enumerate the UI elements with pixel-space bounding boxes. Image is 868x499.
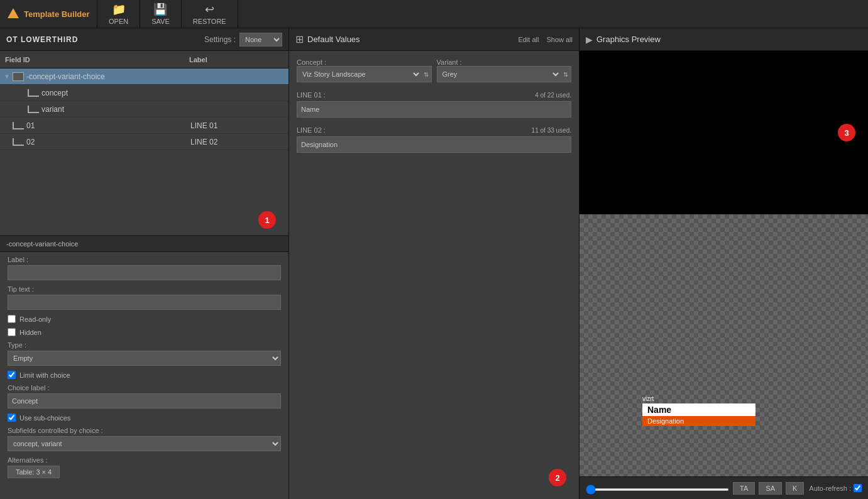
preview-top: 3	[580, 51, 868, 214]
open-button[interactable]: 📁 OPEN	[97, 0, 140, 28]
ta-button[interactable]: TA	[733, 482, 755, 495]
concept-dropdown[interactable]: Viz Story Landscape ⇅	[297, 66, 432, 82]
open-label: OPEN	[109, 18, 128, 25]
line01-label: LINE 01 :	[297, 91, 535, 99]
tip-text-input[interactable]	[8, 295, 281, 310]
tree-item-01[interactable]: 01 LINE 01	[0, 118, 288, 134]
svg-marker-0	[8, 8, 19, 18]
label-field-label: Label :	[8, 256, 281, 263]
tree-item-label-02: 02	[26, 138, 190, 146]
default-values-icon: ⊞	[295, 33, 304, 45]
app-title: Template Builder	[24, 9, 90, 19]
badge-2: 2	[549, 469, 566, 486]
tip-text-label: Tip text :	[8, 285, 281, 293]
limit-label[interactable]: Limit with choice	[19, 371, 70, 379]
show-all-button[interactable]: Show all	[546, 36, 573, 43]
graphic-overlay: vizrt Name Designation	[642, 395, 755, 426]
tree-item-label-concept-variant: -concept-variant-choice	[26, 72, 190, 81]
line02-input[interactable]	[297, 136, 571, 153]
concept-variant-row: Concept : Viz Story Landscape ⇅ Variant …	[297, 58, 571, 82]
hidden-label[interactable]: Hidden	[19, 329, 41, 336]
tree-item-02[interactable]: 02 LINE 02	[0, 134, 288, 150]
preview-footer: TA SA K Auto-refresh :	[580, 476, 868, 499]
subcho-label[interactable]: Use sub-choices	[19, 414, 70, 422]
preview-slider[interactable]	[586, 488, 729, 491]
preview-icon: ▶	[586, 35, 593, 45]
choice-label-label: Choice label :	[8, 384, 281, 392]
settings-select[interactable]: None Default Custom	[239, 33, 282, 47]
col-label-header: Label	[189, 56, 283, 63]
middle-content: Concept : Viz Story Landscape ⇅ Variant …	[289, 51, 579, 499]
concept-select[interactable]: Viz Story Landscape	[297, 69, 421, 80]
preview-title: Graphics Preview	[596, 35, 661, 44]
edit-all-button[interactable]: Edit all	[518, 36, 539, 43]
subcho-checkbox[interactable]	[8, 414, 16, 422]
variant-dropdown[interactable]: Grey Blue Red ⇅	[437, 66, 572, 82]
restore-button[interactable]: ↩ RESTORE	[182, 0, 238, 28]
left-panel-title: OT LOWERTHIRD	[6, 35, 204, 44]
app-logo-icon	[6, 7, 20, 21]
save-label: SAVE	[151, 18, 170, 25]
col-id-header: Field ID	[5, 56, 189, 63]
hidden-checkbox[interactable]	[8, 328, 16, 336]
line01-input[interactable]	[297, 101, 571, 118]
properties-panel: -concept-variant-choice Label : Tip text…	[0, 235, 288, 499]
tree-item-label-variant: variant	[41, 105, 190, 114]
restore-icon: ↩	[205, 3, 214, 16]
label-input[interactable]	[8, 265, 281, 280]
expand-icon: ▼	[4, 73, 13, 80]
subfields-select[interactable]: concept, variant	[8, 436, 281, 451]
line01-section: LINE 01 : 4 of 22 used.	[297, 91, 571, 118]
readonly-label[interactable]: Read-only	[19, 315, 51, 323]
concept-arrows-icon: ⇅	[421, 71, 431, 78]
tree-item-label-01: 01	[26, 121, 190, 130]
readonly-row: Read-only	[8, 315, 281, 323]
concept-col: Concept : Viz Story Landscape ⇅	[297, 58, 432, 82]
name-bar: Name	[642, 403, 755, 416]
settings-label: Settings :	[204, 35, 236, 44]
props-header: -concept-variant-choice	[0, 236, 288, 252]
left-header: OT LOWERTHIRD Settings : None Default Cu…	[0, 28, 288, 51]
limit-row: Limit with choice	[8, 371, 281, 379]
middle-header: ⊞ Default Values Edit all Show all	[289, 28, 579, 51]
table-button[interactable]: Table: 3 × 4	[8, 466, 60, 478]
sa-button[interactable]: SA	[759, 482, 782, 495]
list-icon-concept	[28, 89, 39, 97]
readonly-checkbox[interactable]	[8, 315, 16, 323]
hidden-row: Hidden	[8, 328, 281, 336]
list-icon-variant	[28, 106, 39, 113]
preview-area: 3 vizrt Name Designation	[580, 51, 868, 476]
alternatives-label: Alternatives :	[8, 456, 281, 464]
save-button[interactable]: 💾 SAVE	[140, 0, 182, 28]
left-panel: OT LOWERTHIRD Settings : None Default Cu…	[0, 28, 289, 499]
list-icon-01	[13, 122, 24, 129]
main-layout: OT LOWERTHIRD Settings : None Default Cu…	[0, 28, 868, 499]
tree-item-concept[interactable]: concept	[0, 85, 288, 101]
limit-checkbox[interactable]	[8, 371, 16, 379]
right-header: ▶ Graphics Preview	[580, 28, 868, 51]
type-select[interactable]: Empty String Integer	[8, 351, 281, 366]
variant-select[interactable]: Grey Blue Red	[437, 69, 561, 80]
tree-item-variant[interactable]: variant	[0, 101, 288, 118]
app-logo: Template Builder	[0, 0, 97, 28]
tree-item-concept-variant-choice[interactable]: ▼ -concept-variant-choice	[0, 69, 288, 85]
choice-label-input[interactable]	[8, 393, 281, 409]
variant-label: Variant :	[437, 58, 572, 66]
concept-label: Concept :	[297, 58, 432, 66]
autorefresh-checkbox[interactable]	[854, 484, 862, 492]
tree-item-value-01: LINE 01	[190, 121, 285, 130]
fields-header: Field ID Label	[0, 51, 288, 69]
preview-bottom: vizrt Name Designation	[580, 214, 868, 476]
k-button[interactable]: K	[786, 482, 804, 495]
line02-label: LINE 02 :	[297, 126, 532, 134]
toolbar: Template Builder 📁 OPEN 💾 SAVE ↩ RESTORE	[0, 0, 868, 28]
tree-area: ▼ -concept-variant-choice concept varian…	[0, 69, 288, 235]
subcho-row: Use sub-choices	[8, 414, 281, 422]
open-icon: 📁	[112, 3, 126, 16]
preview-slider-container	[586, 484, 729, 493]
line02-section: LINE 02 : 11 of 33 used.	[297, 126, 571, 153]
designation-bar: Designation	[642, 416, 755, 426]
restore-label: RESTORE	[193, 18, 226, 25]
subfields-label: Subfields controlled by choice :	[8, 427, 281, 434]
autorefresh-label: Auto-refresh :	[809, 485, 851, 492]
